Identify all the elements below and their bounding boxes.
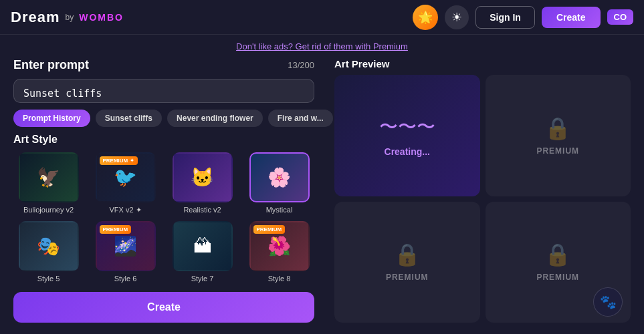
left-panel: Enter prompt 13/200 Prompt History Sunse… xyxy=(0,58,328,333)
art-style-extra4[interactable]: 🌺 PREMIUM Style 8 xyxy=(244,221,314,283)
chip-never-ending-flower[interactable]: Never ending flower xyxy=(167,110,263,127)
chat-icon: 🐾 xyxy=(600,294,617,310)
header-create-button[interactable]: Create xyxy=(542,7,601,28)
art-style-vfx[interactable]: 🐦 PREMIUM ✦ VFX v2 ✦ xyxy=(90,152,160,214)
logo-by: by xyxy=(65,13,74,22)
art-style-thumb-realistic: 🐱 xyxy=(173,152,233,202)
premium-badge-extra4: PREMIUM xyxy=(253,225,286,234)
art-style-realistic[interactable]: 🐱 Realistic v2 xyxy=(167,152,237,214)
prompt-chips: Prompt History Sunset cliffs Never endin… xyxy=(13,110,314,127)
premium-badge-vfx: PREMIUM ✦ xyxy=(100,156,138,165)
art-style-extra3[interactable]: 🏔 Style 7 xyxy=(167,221,237,283)
art-style-mystical[interactable]: 🌸 Mystical xyxy=(244,152,314,214)
art-style-name-realistic: Realistic v2 xyxy=(183,206,221,214)
logo-wombo: WOMBO xyxy=(79,12,124,23)
art-style-thumb-extra1: 🎭 xyxy=(19,221,79,271)
theme-toggle-button[interactable]: ☀ xyxy=(445,5,469,29)
art-preview-label: Art Preview xyxy=(334,58,631,69)
preview-cell-creating: 〜〜〜 Creating... xyxy=(334,75,480,196)
art-style-grid-row2: 🎭 Style 5 🌌 PREMIUM Style 6 🏔 Style 7 xyxy=(13,221,314,283)
promo-link[interactable]: Don't like ads? Get rid of them with Pre… xyxy=(236,41,408,51)
art-style-name-buliojourney: Buliojourney v2 xyxy=(23,206,74,214)
chip-prompt-history[interactable]: Prompt History xyxy=(13,110,90,127)
logo-title: Dream xyxy=(11,9,60,26)
art-style-buliojourney[interactable]: 🦅 Buliojourney v2 xyxy=(13,152,84,214)
premium-label-2: PREMIUM xyxy=(386,273,429,282)
art-style-thumb-mystical: 🌸 xyxy=(249,152,310,202)
preview-cell-premium-1: 🔒 PREMIUM xyxy=(486,75,631,196)
create-main-button[interactable]: Create xyxy=(13,292,314,323)
prompt-input[interactable] xyxy=(13,79,314,103)
char-count: 13/200 xyxy=(288,60,314,70)
preview-grid: 〜〜〜 Creating... 🔒 PREMIUM 🔒 PREMIUM xyxy=(334,75,631,323)
co-badge: CO xyxy=(607,9,634,25)
premium-label-1: PREMIUM xyxy=(536,146,579,156)
lock-icon-2: 🔒 xyxy=(394,242,421,267)
art-style-thumb-buliojourney: 🦅 xyxy=(19,152,79,202)
header-actions: 🌟 ☀ Sign In Create CO xyxy=(413,5,633,30)
art-style-name-extra1: Style 5 xyxy=(37,275,60,283)
premium-label-3: PREMIUM xyxy=(536,273,579,282)
main-content: Enter prompt 13/200 Prompt History Sunse… xyxy=(0,58,644,333)
art-style-thumb-extra3: 🏔 xyxy=(173,221,233,271)
sign-in-button[interactable]: Sign In xyxy=(475,6,535,29)
art-style-thumb-extra2: 🌌 PREMIUM xyxy=(96,221,156,271)
wave-icon: 〜〜〜 xyxy=(379,114,435,140)
art-style-thumb-extra4: 🌺 PREMIUM xyxy=(249,221,310,271)
avatar-button[interactable]: 🌟 xyxy=(413,5,438,30)
art-style-name-mystical: Mystical xyxy=(266,206,293,214)
prompt-label-row: Enter prompt 13/200 xyxy=(13,58,314,72)
art-style-extra2[interactable]: 🌌 PREMIUM Style 6 xyxy=(90,221,160,283)
chat-button[interactable]: 🐾 xyxy=(593,287,623,317)
art-style-name-extra4: Style 8 xyxy=(268,275,291,283)
art-style-label: Art Style xyxy=(13,134,314,146)
art-style-grid-row1: 🦅 Buliojourney v2 🐦 PREMIUM ✦ VFX v2 ✦ 🐱… xyxy=(13,152,314,214)
creating-text: Creating... xyxy=(385,146,430,157)
promo-bar: Don't like ads? Get rid of them with Pre… xyxy=(0,35,644,58)
logo-area: Dream by WOMBO xyxy=(11,9,124,26)
lock-icon-3: 🔒 xyxy=(544,242,571,267)
app-header: Dream by WOMBO 🌟 ☀ Sign In Create CO xyxy=(0,0,644,35)
art-style-thumb-vfx: 🐦 PREMIUM ✦ xyxy=(96,152,156,202)
creating-animation: 〜〜〜 Creating... xyxy=(379,114,435,157)
art-style-name-vfx: VFX v2 ✦ xyxy=(109,206,141,214)
lock-icon-wrap-3: 🔒 PREMIUM xyxy=(536,242,579,282)
art-style-name-extra3: Style 7 xyxy=(191,275,214,283)
premium-badge-extra2: PREMIUM xyxy=(100,225,132,234)
chip-sunset-cliffs[interactable]: Sunset cliffs xyxy=(96,110,162,127)
lock-icon-wrap-1: 🔒 PREMIUM xyxy=(536,116,579,156)
art-style-name-extra2: Style 6 xyxy=(114,275,137,283)
chip-fire-and-w[interactable]: Fire and w... xyxy=(268,110,333,127)
lock-icon-wrap-2: 🔒 PREMIUM xyxy=(386,242,429,282)
preview-cell-premium-2: 🔒 PREMIUM xyxy=(334,202,480,323)
enter-prompt-label: Enter prompt xyxy=(13,58,89,72)
art-style-extra1[interactable]: 🎭 Style 5 xyxy=(13,221,84,283)
lock-icon-1: 🔒 xyxy=(544,116,571,141)
